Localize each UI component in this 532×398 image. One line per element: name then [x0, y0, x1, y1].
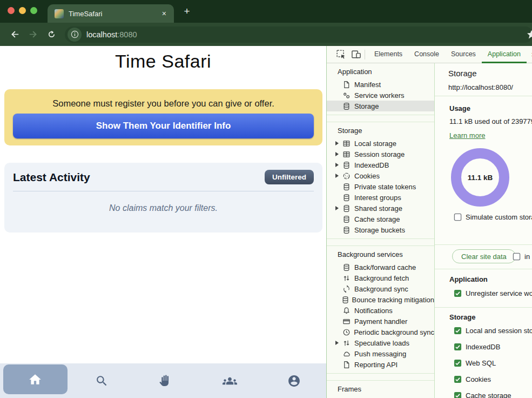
tab-close-icon[interactable]: × — [160, 9, 169, 18]
expand-arrow-icon[interactable] — [335, 174, 339, 178]
checkbox-checked-icon[interactable] — [454, 327, 462, 335]
devtools-sidebar: ApplicationManifestService workersStorag… — [327, 63, 435, 398]
forward-button[interactable] — [24, 26, 42, 43]
reload-button[interactable] — [42, 26, 60, 43]
sidebar-item-label: Background sync — [354, 285, 408, 293]
checkbox-checked-icon[interactable] — [454, 343, 462, 351]
browser-tab[interactable]: TimeSafari × — [48, 4, 174, 23]
back-button[interactable] — [5, 26, 24, 43]
expand-arrow-icon[interactable] — [335, 152, 339, 156]
checkbox-simulate-custom-stora[interactable]: Simulate custom stora — [454, 213, 532, 221]
unfiltered-filter-button[interactable]: Unfiltered — [265, 170, 314, 184]
checkbox-checked-icon[interactable] — [454, 359, 462, 367]
browser-window: TimeSafari × + localhost:8080 Time Safa — [0, 0, 532, 398]
registration-alert: Someone must register you before you can… — [4, 89, 322, 145]
sidebar-item-interest-groups[interactable]: Interest groups — [327, 192, 434, 203]
devtools-tab-console[interactable]: Console — [408, 46, 445, 63]
webpage-viewport: Time Safari Someone must register you be… — [0, 46, 326, 398]
database-icon — [342, 194, 353, 202]
devtools-tab-elements[interactable]: Elements — [368, 46, 408, 63]
sidebar-item-storage-buckets[interactable]: Storage buckets — [327, 224, 434, 235]
sidebar-section-frames: Framestop — [327, 380, 434, 398]
sidebar-item-label: Bounce tracking mitigation — [352, 296, 434, 304]
sidebar-item-session-storage[interactable]: Session storage — [327, 149, 434, 160]
sidebar-item-shared-storage[interactable]: Shared storage — [327, 203, 434, 214]
database-icon — [342, 226, 353, 234]
up-down-arrows-icon — [342, 339, 353, 347]
show-identifier-info-button[interactable]: Show Them Your Identifier Info — [13, 114, 314, 138]
nav-profile-button[interactable] — [262, 363, 326, 398]
cookie-icon — [342, 172, 353, 180]
checkbox-label: Web SQL — [466, 359, 496, 367]
devtools-tab-application[interactable]: Application — [482, 46, 527, 63]
browser-toolbar: localhost:8080 — [0, 23, 532, 46]
checkbox-unchecked-icon[interactable] — [513, 253, 521, 261]
clear-site-data-button[interactable]: Clear site data — [452, 249, 516, 263]
checkbox-unchecked-icon[interactable] — [454, 213, 462, 221]
checkbox-web-sql[interactable]: Web SQL — [454, 359, 496, 367]
sidebar-item-notifications[interactable]: Notifications — [327, 305, 434, 316]
sidebar-item-indexeddb[interactable]: IndexedDB — [327, 160, 434, 170]
expand-arrow-icon[interactable] — [335, 206, 339, 210]
learn-more-link[interactable]: Learn more — [449, 131, 485, 140]
checkbox-cache-storage[interactable]: Cache storage — [454, 392, 511, 398]
nav-hand-button[interactable] — [134, 363, 198, 398]
expand-arrow-icon[interactable] — [335, 163, 339, 167]
sidebar-item-local-storage[interactable]: Local storage — [327, 138, 434, 149]
checkbox-checked-icon[interactable] — [454, 392, 462, 398]
checkbox-indexeddb[interactable]: IndexedDB — [454, 343, 500, 351]
device-toolbar-icon[interactable] — [348, 48, 363, 62]
sidebar-item-label: Service workers — [354, 91, 404, 100]
sidebar-item-back-forward-cache[interactable]: Back/forward cache — [327, 262, 434, 273]
search-icon — [95, 374, 109, 388]
address-bar[interactable]: localhost:8080 — [65, 26, 532, 43]
checkbox-label: Unregister service wor — [466, 289, 532, 297]
checkbox-local-and-session-stora[interactable]: Local and session stora — [454, 327, 532, 335]
sidebar-item-cookies[interactable]: Cookies — [327, 170, 434, 181]
empty-claims-message: No claims match your filters. — [4, 203, 322, 213]
sidebar-item-payment-handler[interactable]: Payment handler — [327, 316, 434, 327]
database-icon — [342, 102, 353, 110]
sidebar-section-storage: StorageLocal storageSession storageIndex… — [327, 122, 434, 239]
nav-search-button[interactable] — [70, 363, 134, 398]
sidebar-item-bounce-tracking-mitigation[interactable]: Bounce tracking mitigation — [327, 294, 434, 305]
sidebar-item-private-state-tokens[interactable]: Private state tokens — [327, 181, 434, 192]
profile-icon — [287, 374, 301, 388]
browser-tab-strip: TimeSafari × + — [0, 0, 532, 23]
expand-arrow-icon[interactable] — [335, 341, 339, 345]
devtools-tab-sources[interactable]: Sources — [445, 46, 482, 63]
sidebar-item-reporting-api[interactable]: Reporting API — [327, 359, 434, 370]
checkbox-in[interactable]: in — [513, 253, 530, 261]
traffic-light-minimize-button[interactable] — [19, 7, 26, 14]
checkbox-cookies[interactable]: Cookies — [454, 375, 491, 383]
expand-arrow-icon[interactable] — [335, 141, 339, 145]
checkbox-checked-icon[interactable] — [454, 375, 462, 383]
new-tab-button[interactable]: + — [180, 5, 194, 17]
nav-people-button[interactable] — [198, 363, 262, 398]
cloud-icon — [342, 350, 353, 358]
traffic-light-zoom-button[interactable] — [30, 7, 37, 14]
inspect-element-icon[interactable] — [333, 48, 348, 62]
sidebar-item-background-sync[interactable]: Background sync — [327, 283, 434, 294]
application-section-heading: Application — [449, 275, 488, 283]
nav-home-button[interactable] — [3, 364, 68, 394]
clock-icon — [342, 328, 353, 336]
sidebar-item-service-workers[interactable]: Service workers — [327, 90, 434, 101]
sidebar-item-label: Payment handler — [354, 317, 407, 326]
sidebar-item-storage[interactable]: Storage — [327, 101, 434, 111]
traffic-light-close-button[interactable] — [8, 7, 15, 14]
sidebar-item-periodic-background-sync[interactable]: Periodic background sync — [327, 327, 434, 337]
latest-activity-card: Latest Activity Unfiltered No claims mat… — [4, 163, 322, 233]
checkbox-checked-icon[interactable] — [454, 289, 462, 297]
site-info-icon[interactable] — [68, 28, 82, 42]
sidebar-section-background-services: Background servicesBack/forward cacheBac… — [327, 246, 434, 374]
service-workers-icon — [342, 91, 353, 100]
sidebar-item-background-fetch[interactable]: Background fetch — [327, 273, 434, 283]
usage-donut-label: 11.1 kB — [468, 174, 493, 182]
checkbox-unregister-service-wor[interactable]: Unregister service wor — [454, 289, 532, 297]
sidebar-item-label: Back/forward cache — [354, 263, 416, 271]
sidebar-item-manifest[interactable]: Manifest — [327, 79, 434, 90]
sidebar-item-push-messaging[interactable]: Push messaging — [327, 348, 434, 359]
sidebar-item-speculative-loads[interactable]: Speculative loads — [327, 337, 434, 348]
sidebar-item-cache-storage[interactable]: Cache storage — [327, 214, 434, 224]
